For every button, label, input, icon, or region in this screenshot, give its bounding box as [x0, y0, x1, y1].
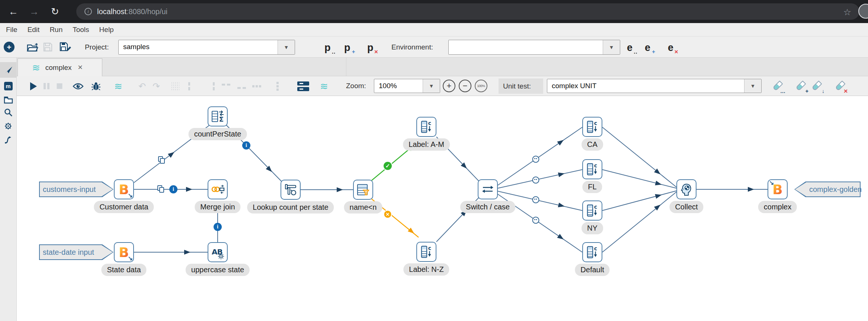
- hop-logo-icon[interactable]: B ↘: [114, 179, 134, 199]
- create-unit-test-button[interactable]: +: [794, 76, 807, 96]
- info-badge[interactable]: i: [214, 223, 222, 231]
- eye-icon: [73, 83, 84, 90]
- search-perspective[interactable]: [0, 105, 16, 120]
- zoom-out-button[interactable]: −: [459, 80, 471, 92]
- dataset-marker-text: complex-golden: [809, 185, 862, 194]
- metadata-icon: m: [4, 82, 13, 90]
- menu-run[interactable]: Run: [49, 26, 63, 34]
- input-arrow-icon: ↘: [128, 193, 133, 199]
- hop-logo-icon[interactable]: B ↘: [114, 242, 134, 262]
- memory-group-by-icon[interactable]: Σ: [208, 106, 228, 126]
- filter-false-badge[interactable]: ✕: [384, 210, 392, 219]
- site-info-icon[interactable]: i: [84, 8, 92, 15]
- waves-icon: ≋: [320, 81, 328, 91]
- copy-rows-badge[interactable]: [157, 185, 165, 193]
- transform-label: Merge join: [195, 201, 240, 213]
- environment-edit-icon[interactable]: e‥: [627, 43, 632, 53]
- environment-add-icon[interactable]: e+: [645, 43, 650, 53]
- add-constants-icon[interactable]: c: [416, 117, 436, 137]
- svg-text:c: c: [594, 163, 597, 168]
- copy-rows-badge[interactable]: [158, 156, 166, 164]
- menu-edit[interactable]: Edit: [28, 26, 40, 34]
- switch-target-badge[interactable]: ••: [532, 177, 539, 184]
- test-tube-add-icon: +: [794, 80, 807, 93]
- browser-forward-icon[interactable]: →: [26, 0, 42, 23]
- environment-delete-icon[interactable]: e✕: [668, 43, 673, 53]
- project-add-icon[interactable]: p+: [344, 43, 350, 53]
- transform-label: Customer data: [94, 201, 154, 213]
- save-as-icon[interactable]: [60, 42, 71, 52]
- debug-button[interactable]: [92, 76, 100, 96]
- switch-target-badge[interactable]: ••: [532, 196, 539, 203]
- hop-logo-icon[interactable]: B ↘: [768, 179, 788, 199]
- project-combo-dropdown-icon[interactable]: ▼: [278, 40, 295, 54]
- project-edit-icon[interactable]: p‥: [324, 43, 331, 53]
- test-tube-edit-icon: …: [771, 80, 784, 93]
- delete-unit-test-button[interactable]: ✕: [833, 76, 847, 96]
- pipeline-waves-icon: ≋: [32, 63, 40, 73]
- url-text[interactable]: localhost:8080/hop/ui: [97, 7, 167, 16]
- browser-profile-avatar[interactable]: [858, 4, 868, 19]
- switch-target-badge[interactable]: ••: [532, 217, 539, 224]
- zoom-combo-dropdown-icon[interactable]: ▼: [423, 79, 440, 93]
- align-left-icon: [188, 82, 193, 91]
- bookmark-star-icon[interactable]: ☆: [843, 7, 851, 17]
- switch-target-badge[interactable]: ••: [532, 156, 539, 163]
- plugins-perspective[interactable]: [0, 118, 16, 134]
- collect-head-icon[interactable]: [676, 179, 696, 199]
- browser-address-bar[interactable]: i localhost:8080/hop/ui ☆: [76, 3, 859, 20]
- preview-button[interactable]: [73, 76, 84, 96]
- run-pipeline-button[interactable]: [30, 76, 37, 96]
- search-icon: [4, 108, 13, 117]
- project-combo[interactable]: samples ▼: [118, 40, 295, 55]
- transform-label: Lookup count per state: [247, 201, 334, 214]
- test-tube-delete-icon: ✕: [833, 80, 847, 93]
- menu-file[interactable]: File: [6, 26, 17, 34]
- check-pipeline-button[interactable]: ≋: [114, 76, 122, 96]
- pipeline-metrics-button[interactable]: ≋: [320, 76, 328, 96]
- tab-complex[interactable]: ≋ complex ✕: [17, 58, 102, 76]
- add-constants-icon[interactable]: c: [582, 159, 602, 179]
- filter-rows-icon[interactable]: [353, 180, 373, 200]
- add-constants-icon[interactable]: c: [582, 200, 602, 221]
- svg-text:B: B: [119, 245, 129, 260]
- merge-join-icon[interactable]: [208, 179, 228, 199]
- metadata-perspective[interactable]: m: [0, 78, 16, 94]
- unit-test-label-badge: Unit test:: [499, 78, 543, 94]
- dataset-marker-customers-input: customers-input: [39, 182, 113, 197]
- browser-reload-icon[interactable]: ↻: [47, 0, 63, 23]
- detach-unit-test-button[interactable]: ↓: [810, 76, 823, 96]
- add-constants-icon[interactable]: c: [416, 242, 436, 262]
- unit-test-combo-dropdown-icon[interactable]: ▼: [744, 79, 761, 93]
- execution-results-button[interactable]: [297, 76, 310, 96]
- browser-back-icon[interactable]: ←: [5, 0, 22, 23]
- project-delete-icon[interactable]: p✕: [367, 43, 374, 53]
- add-constants-icon[interactable]: c: [582, 242, 602, 262]
- unit-test-combo[interactable]: complex UNIT ▼: [547, 79, 762, 93]
- neo4j-perspective[interactable]: [0, 132, 16, 148]
- edit-unit-test-button[interactable]: …: [771, 76, 784, 96]
- environment-combo[interactable]: ▼: [448, 40, 620, 55]
- tab-close-icon[interactable]: ✕: [78, 64, 83, 71]
- environment-combo-dropdown-icon[interactable]: ▼: [603, 40, 620, 54]
- data-orchestration-perspective[interactable]: [0, 62, 16, 78]
- zoom-combo[interactable]: 100% ▼: [374, 79, 440, 93]
- add-constants-icon[interactable]: c: [582, 117, 602, 137]
- tab-title: complex: [45, 64, 72, 72]
- zoom-in-button[interactable]: +: [443, 80, 455, 92]
- filter-true-badge[interactable]: ✓: [383, 161, 393, 171]
- menu-help[interactable]: Help: [99, 26, 114, 34]
- transform-label: Default: [575, 264, 609, 276]
- string-operations-icon[interactable]: AB: [208, 242, 228, 262]
- svg-text:Σ: Σ: [219, 115, 224, 123]
- pipeline-canvas[interactable]: customers-input state-date input complex…: [17, 96, 868, 321]
- switch-case-icon[interactable]: [478, 179, 498, 199]
- info-badge[interactable]: i: [169, 185, 177, 193]
- align-right-icon: [210, 82, 215, 91]
- new-file-button[interactable]: +: [4, 42, 15, 52]
- menu-tools[interactable]: Tools: [73, 26, 89, 34]
- open-file-icon[interactable]: [27, 42, 39, 52]
- stream-lookup-icon[interactable]: [281, 180, 301, 200]
- zoom-reset-button[interactable]: 100%: [475, 80, 487, 92]
- info-badge[interactable]: i: [242, 141, 250, 150]
